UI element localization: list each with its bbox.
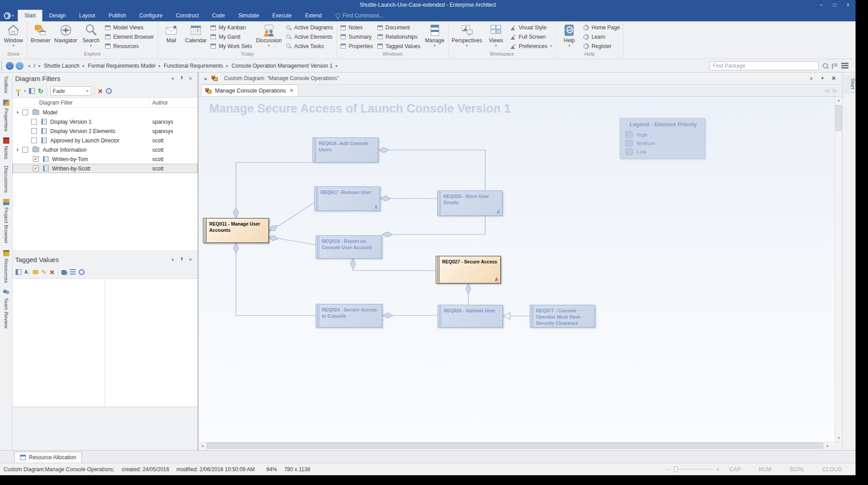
- checkbox-unchecked[interactable]: [22, 109, 28, 115]
- breadcrumb-root[interactable]: /: [34, 63, 35, 69]
- horizontal-scrollbar-thumb[interactable]: [207, 443, 823, 449]
- tab-scroll-right-icon[interactable]: ▷: [833, 88, 837, 93]
- zoom-out-icon[interactable]: −: [667, 466, 670, 473]
- views-button[interactable]: Views ▾: [484, 23, 507, 51]
- chevron-down-icon[interactable]: ▼: [820, 76, 824, 81]
- scroll-left-icon[interactable]: ◄: [199, 442, 206, 449]
- requirement-REQ617[interactable]: REQ617 -Remove User A: [314, 186, 380, 211]
- edit-icon[interactable]: ✎: [41, 269, 46, 275]
- breadcrumb-item[interactable]: Shuttle Launch: [44, 63, 79, 69]
- my-kanban-button[interactable]: My Kanban: [211, 24, 251, 32]
- double-chevron-up-icon[interactable]: «: [808, 77, 815, 80]
- full-screen-button[interactable]: Full Screen: [510, 32, 552, 41]
- calendar-button[interactable]: Calendar: [184, 23, 208, 51]
- filter-row-author-information[interactable]: Author Information scott: [12, 145, 198, 154]
- checkbox-unchecked[interactable]: [31, 128, 37, 134]
- maximize-button[interactable]: □: [828, 0, 841, 10]
- tab-layout[interactable]: Layout: [73, 10, 102, 21]
- tab-scroll-left-icon[interactable]: ◁: [825, 88, 828, 93]
- sidebar-tab-notes[interactable]: Notes: [3, 134, 9, 162]
- close-button[interactable]: ×: [841, 0, 855, 10]
- help-ring-icon[interactable]: [106, 88, 112, 94]
- refresh-icon[interactable]: ↻: [38, 87, 44, 95]
- scroll-right-icon[interactable]: ►: [824, 442, 831, 449]
- filter-row-display-version-2[interactable]: Display Version 2 Elements sparxsys: [12, 126, 198, 136]
- close-icon[interactable]: ✕: [831, 75, 836, 81]
- requirement-REQ616[interactable]: REQ616 -Add Console Users: [312, 137, 378, 162]
- tagged-values-content[interactable]: [12, 279, 198, 407]
- column-author[interactable]: Author: [150, 100, 168, 106]
- checkbox-checked[interactable]: ✓: [33, 156, 39, 162]
- sidebar-tab-resources[interactable]: Resources: [3, 247, 9, 286]
- filter-row-model[interactable]: Model: [12, 108, 198, 117]
- ea-logo-menu[interactable]: ▾: [0, 10, 18, 21]
- nav-back-button[interactable]: ←: [6, 62, 14, 70]
- mail-button[interactable]: Mail: [160, 23, 183, 51]
- zoom-slider-thumb[interactable]: [674, 466, 677, 472]
- tagged-values-button[interactable]: Tagged Values: [377, 42, 421, 50]
- tab-resource-allocation[interactable]: Resource Allocation: [14, 452, 82, 463]
- tab-manage-console-operations[interactable]: Manage Console Operations ✕: [201, 85, 298, 96]
- tree-view-icon[interactable]: [16, 269, 21, 275]
- manage-button[interactable]: Manage ▾: [423, 23, 446, 51]
- breadcrumb-item[interactable]: Formal Requirements Model: [88, 63, 155, 69]
- visual-style-button[interactable]: Visual Style: [510, 24, 552, 32]
- sidebar-tab-discussions[interactable]: Discussions: [4, 162, 9, 196]
- checkbox-unchecked[interactable]: [22, 147, 28, 153]
- horizontal-scrollbar[interactable]: ◄ ►: [199, 442, 843, 449]
- scroll-down-icon[interactable]: ▼: [835, 434, 843, 442]
- sort-az-icon[interactable]: A↓: [24, 270, 30, 275]
- column-diagram-filter[interactable]: Diagram Filter: [12, 98, 150, 107]
- model-views-button[interactable]: Model Views: [105, 24, 154, 32]
- tab-construct[interactable]: Construct: [169, 10, 205, 21]
- filter-row-written-by-tom[interactable]: ✓ Wriiten-by-Tom scott: [12, 154, 198, 164]
- pin-icon[interactable]: [177, 257, 186, 263]
- perspectives-button[interactable]: Perspectives ▾: [450, 23, 484, 51]
- new-filter-icon[interactable]: [16, 89, 21, 93]
- summary-button[interactable]: Summary: [341, 32, 373, 41]
- hamburger-menu-icon[interactable]: [841, 63, 848, 69]
- breadcrumb-item[interactable]: Functional Requirements: [164, 63, 223, 69]
- tags-icon[interactable]: [61, 270, 67, 275]
- close-icon[interactable]: ✕: [186, 257, 195, 262]
- navigator-button[interactable]: Navigator: [53, 23, 78, 51]
- legend-element-priority[interactable]: Legend - Element Priority High Medium Lo…: [620, 118, 705, 159]
- zoom-slider[interactable]: − +: [667, 466, 719, 473]
- minimize-button[interactable]: –: [815, 0, 828, 10]
- tab-design[interactable]: Design: [42, 10, 72, 21]
- new-tag-icon[interactable]: [33, 270, 38, 274]
- preferences-button[interactable]: Preferences▾: [510, 42, 552, 50]
- active-elements-button[interactable]: Active Elements: [286, 32, 333, 41]
- diagram-canvas[interactable]: Manage Secure Access of Launch Console V…: [199, 97, 835, 442]
- help-button[interactable]: Help ▾: [558, 23, 581, 51]
- discussion-button[interactable]: Discussion ▾: [255, 23, 283, 51]
- requirement-REQ025[interactable]: REQ025 - Store User Details A: [437, 190, 503, 216]
- tab-extend[interactable]: Extend: [298, 10, 328, 21]
- properties-button[interactable]: Properties: [341, 42, 373, 50]
- package-browse-icon[interactable]: [832, 63, 838, 69]
- filter-mode-combobox[interactable]: Fade▾: [50, 86, 91, 96]
- tab-publish[interactable]: Publish: [102, 10, 133, 21]
- requirement-REQ011[interactable]: REQ011 - Manage User Accounts: [203, 218, 269, 243]
- zoom-in-icon[interactable]: +: [716, 466, 719, 473]
- document-button[interactable]: Document: [377, 24, 421, 32]
- zoom-slider-track[interactable]: [673, 469, 713, 469]
- close-icon[interactable]: ✕: [186, 76, 195, 81]
- filter-row-display-version-1[interactable]: Display Version 1 sparxsys: [12, 117, 198, 126]
- filter-list-icon[interactable]: [29, 88, 35, 94]
- delete-tag-icon[interactable]: ✕: [49, 269, 55, 276]
- sidebar-tab-properties[interactable]: Properties: [3, 97, 9, 134]
- filter-row-written-by-scott[interactable]: ✓ Written-by-Scott scott: [12, 164, 198, 173]
- checkbox-unchecked[interactable]: [31, 137, 37, 143]
- delete-filter-icon[interactable]: ✕: [98, 88, 103, 95]
- collapse-chevrons-icon[interactable]: »: [204, 75, 207, 82]
- requirement-REQ027[interactable]: REQ027 - Secure Access A: [436, 256, 501, 283]
- vertical-scrollbar-thumb[interactable]: [836, 105, 842, 131]
- home-page-button[interactable]: Home Page: [584, 24, 620, 32]
- tab-simulate[interactable]: Simulate: [231, 10, 266, 21]
- tree-expander-icon[interactable]: [16, 148, 19, 151]
- panel-menu-icon[interactable]: ▾: [168, 76, 177, 81]
- tab-start[interactable]: Start: [18, 10, 42, 21]
- sidebar-tab-team-review[interactable]: Team Review: [3, 286, 9, 331]
- requirement-REQ377[interactable]: REQ377 - Console Operator Must Have Secu…: [530, 305, 595, 327]
